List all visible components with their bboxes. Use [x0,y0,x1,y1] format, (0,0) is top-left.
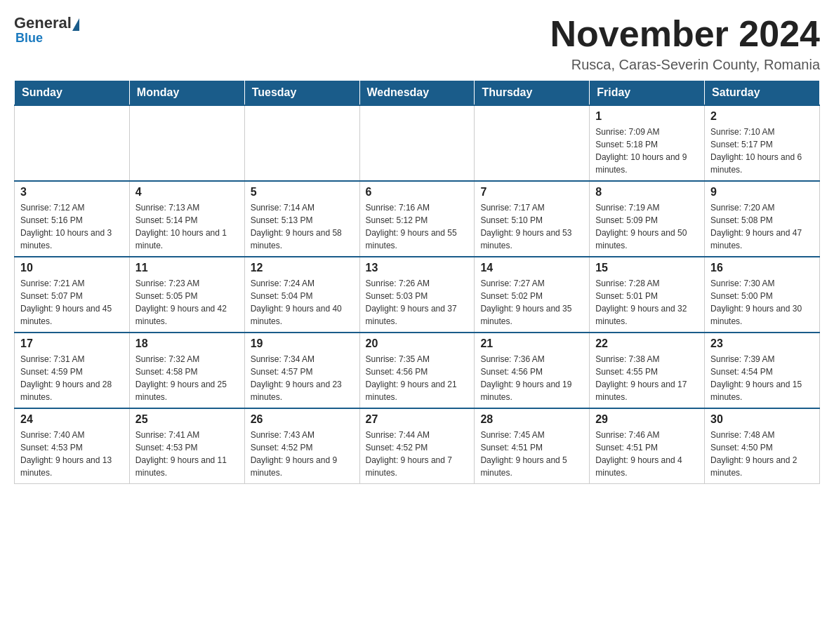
day-number: 18 [135,337,239,350]
day-info: Sunrise: 7:26 AM Sunset: 5:03 PM Dayligh… [366,277,469,328]
day-info: Sunrise: 7:36 AM Sunset: 4:56 PM Dayligh… [480,353,583,403]
day-number: 5 [251,186,354,199]
location-subtitle: Rusca, Caras-Severin County, Romania [550,57,820,73]
calendar-cell: 9Sunrise: 7:20 AM Sunset: 5:08 PM Daylig… [705,181,820,257]
calendar-cell: 12Sunrise: 7:24 AM Sunset: 5:04 PM Dayli… [244,257,359,333]
calendar-cell: 15Sunrise: 7:28 AM Sunset: 5:01 PM Dayli… [590,257,705,333]
calendar-cell: 18Sunrise: 7:32 AM Sunset: 4:58 PM Dayli… [129,333,244,408]
day-info: Sunrise: 7:27 AM Sunset: 5:02 PM Dayligh… [480,277,583,328]
day-number: 7 [480,186,583,199]
day-number: 16 [710,262,814,274]
calendar-cell: 19Sunrise: 7:34 AM Sunset: 4:57 PM Dayli… [244,333,359,408]
calendar-week-3: 10Sunrise: 7:21 AM Sunset: 5:07 PM Dayli… [15,257,820,333]
day-number: 13 [366,262,469,274]
calendar-cell: 11Sunrise: 7:23 AM Sunset: 5:05 PM Dayli… [129,257,244,333]
day-info: Sunrise: 7:32 AM Sunset: 4:58 PM Dayligh… [135,353,239,403]
day-info: Sunrise: 7:17 AM Sunset: 5:10 PM Dayligh… [480,201,583,252]
day-info: Sunrise: 7:41 AM Sunset: 4:53 PM Dayligh… [135,429,239,479]
calendar-cell: 22Sunrise: 7:38 AM Sunset: 4:55 PM Dayli… [590,333,705,408]
day-info: Sunrise: 7:30 AM Sunset: 5:00 PM Dayligh… [710,277,814,328]
day-number: 29 [595,413,699,426]
calendar-cell: 7Sunrise: 7:17 AM Sunset: 5:10 PM Daylig… [475,181,590,257]
title-section: November 2024 Rusca, Caras-Severin Count… [550,14,820,73]
day-info: Sunrise: 7:12 AM Sunset: 5:16 PM Dayligh… [20,201,124,252]
calendar-cell: 2Sunrise: 7:10 AM Sunset: 5:17 PM Daylig… [705,105,820,181]
calendar-cell [475,105,590,181]
day-info: Sunrise: 7:31 AM Sunset: 4:59 PM Dayligh… [20,353,124,403]
day-info: Sunrise: 7:21 AM Sunset: 5:07 PM Dayligh… [20,277,124,328]
day-number: 30 [710,413,814,426]
day-info: Sunrise: 7:40 AM Sunset: 4:53 PM Dayligh… [20,429,124,479]
calendar-cell: 1Sunrise: 7:09 AM Sunset: 5:18 PM Daylig… [590,105,705,181]
calendar-cell: 8Sunrise: 7:19 AM Sunset: 5:09 PM Daylig… [590,181,705,257]
calendar-header-thursday: Thursday [475,81,590,106]
day-info: Sunrise: 7:19 AM Sunset: 5:09 PM Dayligh… [595,201,699,252]
day-number: 26 [251,413,354,426]
day-number: 6 [366,186,469,199]
day-info: Sunrise: 7:28 AM Sunset: 5:01 PM Dayligh… [595,277,699,328]
day-number: 1 [595,110,699,123]
month-title: November 2024 [550,14,820,54]
day-number: 11 [135,262,239,274]
day-info: Sunrise: 7:10 AM Sunset: 5:17 PM Dayligh… [710,126,814,176]
day-number: 14 [480,262,583,274]
calendar-cell: 10Sunrise: 7:21 AM Sunset: 5:07 PM Dayli… [15,257,130,333]
calendar-header-tuesday: Tuesday [244,81,359,106]
calendar-cell: 20Sunrise: 7:35 AM Sunset: 4:56 PM Dayli… [359,333,475,408]
calendar-header-friday: Friday [590,81,705,106]
calendar-table: SundayMondayTuesdayWednesdayThursdayFrid… [14,80,820,484]
day-info: Sunrise: 7:34 AM Sunset: 4:57 PM Dayligh… [251,353,354,403]
calendar-cell [244,105,359,181]
calendar-cell [129,105,244,181]
calendar-week-5: 24Sunrise: 7:40 AM Sunset: 4:53 PM Dayli… [15,408,820,484]
calendar-cell: 14Sunrise: 7:27 AM Sunset: 5:02 PM Dayli… [475,257,590,333]
calendar-header-monday: Monday [129,81,244,106]
calendar-header-saturday: Saturday [705,81,820,106]
day-info: Sunrise: 7:38 AM Sunset: 4:55 PM Dayligh… [595,353,699,403]
day-number: 12 [251,262,354,274]
calendar-week-4: 17Sunrise: 7:31 AM Sunset: 4:59 PM Dayli… [15,333,820,408]
day-info: Sunrise: 7:39 AM Sunset: 4:54 PM Dayligh… [710,353,814,403]
day-info: Sunrise: 7:24 AM Sunset: 5:04 PM Dayligh… [251,277,354,328]
calendar-cell: 5Sunrise: 7:14 AM Sunset: 5:13 PM Daylig… [244,181,359,257]
day-number: 23 [710,337,814,350]
calendar-cell: 30Sunrise: 7:48 AM Sunset: 4:50 PM Dayli… [705,408,820,484]
calendar-cell: 16Sunrise: 7:30 AM Sunset: 5:00 PM Dayli… [705,257,820,333]
day-info: Sunrise: 7:14 AM Sunset: 5:13 PM Dayligh… [251,201,354,252]
day-number: 17 [20,337,124,350]
day-number: 24 [20,413,124,426]
calendar-cell: 24Sunrise: 7:40 AM Sunset: 4:53 PM Dayli… [15,408,130,484]
logo: General Blue [14,14,80,46]
day-info: Sunrise: 7:09 AM Sunset: 5:18 PM Dayligh… [595,126,699,176]
day-number: 8 [595,186,699,199]
day-number: 3 [20,186,124,199]
calendar-week-2: 3Sunrise: 7:12 AM Sunset: 5:16 PM Daylig… [15,181,820,257]
calendar-cell: 28Sunrise: 7:45 AM Sunset: 4:51 PM Dayli… [475,408,590,484]
day-number: 20 [366,337,469,350]
day-number: 22 [595,337,699,350]
day-number: 19 [251,337,354,350]
day-info: Sunrise: 7:48 AM Sunset: 4:50 PM Dayligh… [710,429,814,479]
day-info: Sunrise: 7:46 AM Sunset: 4:51 PM Dayligh… [595,429,699,479]
day-info: Sunrise: 7:43 AM Sunset: 4:52 PM Dayligh… [251,429,354,479]
day-info: Sunrise: 7:16 AM Sunset: 5:12 PM Dayligh… [366,201,469,252]
logo-arrow-icon [72,18,79,31]
calendar-header-row: SundayMondayTuesdayWednesdayThursdayFrid… [15,81,820,106]
calendar-cell: 25Sunrise: 7:41 AM Sunset: 4:53 PM Dayli… [129,408,244,484]
calendar-cell: 6Sunrise: 7:16 AM Sunset: 5:12 PM Daylig… [359,181,475,257]
logo-subtitle: Blue [15,31,43,46]
calendar-week-1: 1Sunrise: 7:09 AM Sunset: 5:18 PM Daylig… [15,105,820,181]
day-number: 21 [480,337,583,350]
calendar-header-sunday: Sunday [15,81,130,106]
day-info: Sunrise: 7:23 AM Sunset: 5:05 PM Dayligh… [135,277,239,328]
calendar-cell: 17Sunrise: 7:31 AM Sunset: 4:59 PM Dayli… [15,333,130,408]
calendar-cell: 27Sunrise: 7:44 AM Sunset: 4:52 PM Dayli… [359,408,475,484]
day-number: 28 [480,413,583,426]
calendar-header-wednesday: Wednesday [359,81,475,106]
calendar-cell: 26Sunrise: 7:43 AM Sunset: 4:52 PM Dayli… [244,408,359,484]
page-header: General Blue November 2024 Rusca, Caras-… [14,14,820,73]
calendar-cell: 3Sunrise: 7:12 AM Sunset: 5:16 PM Daylig… [15,181,130,257]
day-number: 9 [710,186,814,199]
day-info: Sunrise: 7:13 AM Sunset: 5:14 PM Dayligh… [135,201,239,252]
day-number: 4 [135,186,239,199]
